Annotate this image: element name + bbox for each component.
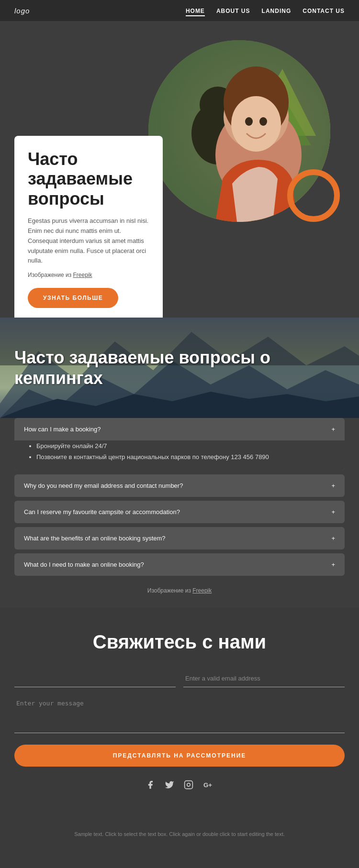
faq-answer-item-1-2: Позвоните в контактный центр национальны… bbox=[36, 451, 335, 462]
twitter-icon[interactable] bbox=[165, 780, 174, 792]
svg-point-10 bbox=[245, 117, 253, 126]
faq-question-2: Why do you need my email address and con… bbox=[24, 482, 183, 489]
svg-point-9 bbox=[231, 96, 281, 152]
orange-decorative-circle bbox=[287, 169, 340, 222]
nav-links: HOME ABOUT US LANDING CONTACT US bbox=[186, 6, 345, 15]
faq-banner-title: Часто задаваемые вопросы о кемпингах bbox=[0, 347, 359, 388]
faq-question-5: What do I need to make an online booking… bbox=[24, 561, 144, 568]
faq-item-2: Why do you need my email address and con… bbox=[14, 474, 345, 497]
instagram-icon[interactable] bbox=[184, 780, 193, 792]
faq-banner: Часто задаваемые вопросы о кемпингах bbox=[0, 318, 359, 418]
name-input[interactable] bbox=[14, 670, 176, 687]
contact-section: Свяжитесь с нами ПРЕДСТАВЛЯТЬ НА РАССМОТ… bbox=[0, 607, 359, 821]
hero-source: Изображение из Freepik bbox=[28, 272, 149, 278]
faq-plus-icon-3: + bbox=[331, 509, 335, 515]
hero-body: Egestas purus viverra accumsan in nisl n… bbox=[28, 216, 149, 266]
logo: logo bbox=[14, 7, 30, 15]
form-wrapper: ПРЕДСТАВЛЯТЬ НА РАССМОТРЕНИЕ bbox=[14, 670, 345, 780]
faq-plus-icon-1: + bbox=[331, 426, 335, 432]
faq-item-1-header[interactable]: How can I make a booking? + bbox=[14, 418, 345, 440]
faq-question-3: Can I reserve my favourite campsite or a… bbox=[24, 508, 180, 516]
faq-item-5-header[interactable]: What do I need to make an online booking… bbox=[14, 553, 345, 576]
form-row-1 bbox=[14, 670, 345, 695]
svg-text:G+: G+ bbox=[203, 781, 212, 789]
submit-button[interactable]: ПРЕДСТАВЛЯТЬ НА РАССМОТРЕНИЕ bbox=[14, 745, 345, 767]
faq-answer-1: Бронируйте онлайн 24/7 Позвоните в конта… bbox=[14, 440, 345, 471]
faq-plus-icon-2: + bbox=[331, 483, 335, 489]
nav-contact[interactable]: CONTACT US bbox=[303, 8, 345, 14]
faq-question-1: How can I make a booking? bbox=[24, 426, 101, 433]
faq-plus-icon-4: + bbox=[331, 535, 335, 541]
faq-item-5: What do I need to make an online booking… bbox=[14, 553, 345, 576]
hero-cta-button[interactable]: УЗНАТЬ БОЛЬШЕ bbox=[28, 288, 118, 308]
faq-item-4-header[interactable]: What are the benefits of an online booki… bbox=[14, 527, 345, 549]
faq-answer-item-1-1: Бронируйте онлайн 24/7 bbox=[36, 440, 335, 451]
nav-home[interactable]: HOME bbox=[186, 8, 205, 16]
footer: Sample text. Click to select the text bo… bbox=[0, 821, 359, 853]
faq-source-link[interactable]: Freepik bbox=[192, 587, 212, 594]
faq-item-2-header[interactable]: Why do you need my email address and con… bbox=[14, 474, 345, 497]
navbar: logo HOME ABOUT US LANDING CONTACT US bbox=[0, 0, 359, 21]
svg-point-11 bbox=[259, 117, 267, 126]
email-input[interactable] bbox=[183, 670, 345, 687]
hero-source-link[interactable]: Freepik bbox=[73, 272, 92, 278]
hero-title: Часто задаваемые вопросы bbox=[28, 149, 149, 209]
faq-item-4: What are the benefits of an online booki… bbox=[14, 527, 345, 549]
hero-card: Часто задаваемые вопросы Egestas purus v… bbox=[14, 136, 163, 318]
faq-question-4: What are the benefits of an online booki… bbox=[24, 535, 166, 542]
hero-section: Часто задаваемые вопросы Egestas purus v… bbox=[0, 21, 359, 318]
faq-section: How can I make a booking? + Бронируйте о… bbox=[0, 418, 359, 607]
footer-text: Sample text. Click to select the text bo… bbox=[29, 830, 330, 839]
contact-title: Свяжитесь с нами bbox=[14, 631, 345, 653]
faq-plus-icon-5: + bbox=[331, 561, 335, 568]
faq-item-1: How can I make a booking? + Бронируйте о… bbox=[14, 418, 345, 471]
faq-item-3: Can I reserve my favourite campsite or a… bbox=[14, 501, 345, 523]
social-icons: G+ bbox=[14, 780, 345, 792]
message-textarea[interactable] bbox=[14, 695, 345, 733]
svg-rect-17 bbox=[185, 780, 193, 789]
facebook-icon[interactable] bbox=[146, 780, 155, 792]
googleplus-icon[interactable]: G+ bbox=[203, 780, 213, 792]
nav-about[interactable]: ABOUT US bbox=[216, 8, 250, 14]
nav-landing[interactable]: LANDING bbox=[262, 8, 292, 14]
faq-item-3-header[interactable]: Can I reserve my favourite campsite or a… bbox=[14, 501, 345, 523]
faq-source: Изображение из Freepik bbox=[14, 580, 345, 598]
